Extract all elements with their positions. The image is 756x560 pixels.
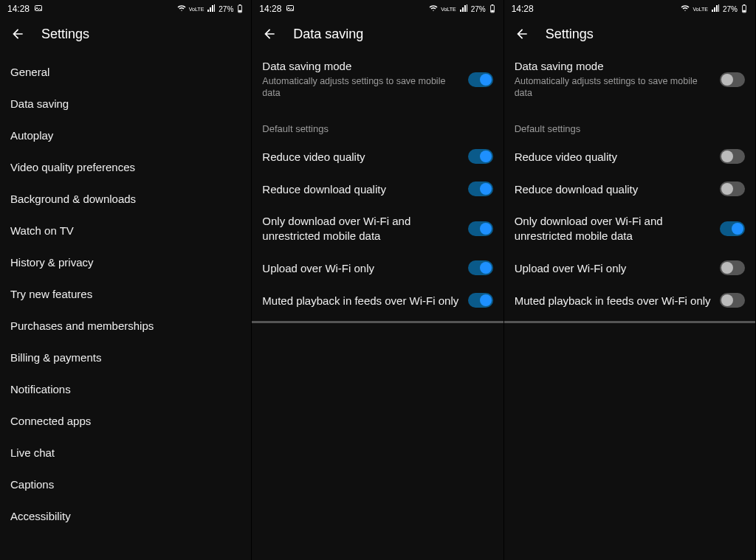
toggle-row-only-download-wifi[interactable]: Only download over Wi-Fi and unrestricte… xyxy=(504,205,755,252)
toggle-label: Muted playback in feeds over Wi-Fi only xyxy=(515,294,711,308)
svg-rect-4 xyxy=(239,10,242,12)
settings-item-accessibility[interactable]: Accessibility xyxy=(0,500,251,532)
toggle-row-muted-playback[interactable]: Muted playback in feeds over Wi-Fi only xyxy=(504,284,755,317)
lte-label: VoLTE xyxy=(441,7,456,12)
toggle-row-reduce-video-quality[interactable]: Reduce video quality xyxy=(252,140,503,173)
status-right: VoLTE 27% xyxy=(177,4,244,14)
picture-icon xyxy=(34,4,43,15)
settings-item-captions[interactable]: Captions xyxy=(0,469,251,500)
reduce-download-quality-toggle[interactable] xyxy=(468,182,493,196)
status-left: 14:28 xyxy=(7,4,43,15)
back-button[interactable] xyxy=(261,25,278,43)
muted-playback-toggle[interactable] xyxy=(720,293,745,308)
toggle-label: Reduce video quality xyxy=(262,150,458,165)
toggle-row-reduce-download-quality[interactable]: Reduce download quality xyxy=(504,173,755,205)
toggle-subtitle: Automatically adjusts settings to save m… xyxy=(515,75,711,100)
data-saving-mode-toggle[interactable] xyxy=(468,72,493,87)
battery-icon xyxy=(489,4,496,13)
settings-item-watch-on-tv[interactable]: Watch on TV xyxy=(0,215,251,246)
divider xyxy=(252,321,503,323)
settings-item-notifications[interactable]: Notifications xyxy=(0,373,251,405)
battery-pct: 27% xyxy=(723,5,738,13)
status-time: 14:28 xyxy=(7,4,30,14)
reduce-video-quality-toggle[interactable] xyxy=(720,149,745,164)
toggle-subtitle: Automatically adjusts settings to save m… xyxy=(262,75,458,100)
settings-item-try-new-features[interactable]: Try new features xyxy=(0,278,251,310)
toggle-label: Reduce download quality xyxy=(515,182,711,197)
svg-rect-9 xyxy=(491,10,494,12)
toggle-label: Only download over Wi-Fi and unrestricte… xyxy=(262,214,458,243)
toggle-label: Reduce video quality xyxy=(515,150,711,165)
page-title: Settings xyxy=(41,27,89,42)
header: Settings xyxy=(504,18,755,50)
toggle-row-reduce-video-quality[interactable]: Reduce video quality xyxy=(504,140,755,173)
settings-item-billing[interactable]: Billing & payments xyxy=(0,342,251,373)
toggle-row-only-download-wifi[interactable]: Only download over Wi-Fi and unrestricte… xyxy=(252,205,503,252)
panel-settings-list: 14:28 VoLTE 27% Settings General Data sa xyxy=(0,0,252,560)
toggle-label: Only download over Wi-Fi and unrestricte… xyxy=(515,214,711,243)
status-right: VoLTE 27% xyxy=(681,4,748,14)
settings-item-history-privacy[interactable]: History & privacy xyxy=(0,246,251,278)
upload-wifi-only-toggle[interactable] xyxy=(720,260,745,275)
toggle-title: Data saving mode xyxy=(515,59,711,74)
reduce-download-quality-toggle[interactable] xyxy=(720,182,745,196)
section-header-default: Default settings xyxy=(252,108,503,140)
panel-data-saving-off: 14:28 VoLTE 27% Settings Data saving mod… xyxy=(504,0,756,560)
battery-pct: 27% xyxy=(471,5,486,13)
lte-label: VoLTE xyxy=(189,7,205,12)
toggle-row-upload-wifi-only[interactable]: Upload over Wi-Fi only xyxy=(504,252,755,284)
divider xyxy=(504,321,755,323)
data-saving-mode-row[interactable]: Data saving mode Automatically adjusts s… xyxy=(252,50,503,108)
only-download-wifi-toggle[interactable] xyxy=(468,221,493,236)
status-time: 14:28 xyxy=(512,4,534,14)
svg-rect-3 xyxy=(239,4,241,5)
picture-icon xyxy=(286,4,295,15)
data-saving-mode-row[interactable]: Data saving mode Automatically adjusts s… xyxy=(504,50,755,108)
wifi-icon xyxy=(681,4,690,14)
header: Settings xyxy=(0,18,251,50)
settings-item-connected-apps[interactable]: Connected apps xyxy=(0,405,251,437)
toggle-label: Muted playback in feeds over Wi-Fi only xyxy=(262,294,458,308)
settings-item-live-chat[interactable]: Live chat xyxy=(0,437,251,469)
settings-item-video-quality[interactable]: Video quality preferences xyxy=(0,151,251,183)
panel-data-saving-on: 14:28 VoLTE 27% Data saving Data sav xyxy=(252,0,504,560)
page-title: Settings xyxy=(546,27,594,42)
status-time: 14:28 xyxy=(259,4,281,14)
battery-icon xyxy=(236,4,244,13)
status-bar: 14:28 VoLTE 27% xyxy=(252,0,503,18)
section-header-default: Default settings xyxy=(504,108,755,140)
page-title: Data saving xyxy=(293,27,363,42)
settings-item-data-saving[interactable]: Data saving xyxy=(0,88,251,120)
back-button[interactable] xyxy=(9,25,27,43)
label-block: Data saving mode Automatically adjusts s… xyxy=(262,59,458,100)
settings-item-background-downloads[interactable]: Background & downloads xyxy=(0,183,251,215)
lte-label: VoLTE xyxy=(693,7,708,12)
status-left: 14:28 xyxy=(512,4,534,14)
settings-item-general[interactable]: General xyxy=(0,56,251,88)
data-saving-mode-toggle[interactable] xyxy=(720,72,745,87)
signal-icon xyxy=(207,4,216,14)
upload-wifi-only-toggle[interactable] xyxy=(468,260,493,275)
svg-rect-8 xyxy=(491,4,492,5)
back-button[interactable] xyxy=(513,25,531,43)
wifi-icon xyxy=(429,4,438,14)
header: Data saving xyxy=(252,18,503,50)
toggle-row-upload-wifi-only[interactable]: Upload over Wi-Fi only xyxy=(252,252,503,284)
toggle-label: Upload over Wi-Fi only xyxy=(262,261,458,276)
toggle-row-reduce-download-quality[interactable]: Reduce download quality xyxy=(252,173,503,205)
settings-list: General Data saving Autoplay Video quali… xyxy=(0,50,251,532)
signal-icon xyxy=(711,4,720,14)
only-download-wifi-toggle[interactable] xyxy=(720,221,745,236)
svg-rect-12 xyxy=(743,10,746,12)
svg-rect-11 xyxy=(743,4,745,5)
muted-playback-toggle[interactable] xyxy=(468,293,493,308)
toggle-row-muted-playback[interactable]: Muted playback in feeds over Wi-Fi only xyxy=(252,284,503,317)
settings-item-purchases[interactable]: Purchases and memberships xyxy=(0,310,251,342)
status-right: VoLTE 27% xyxy=(429,4,496,14)
settings-item-autoplay[interactable]: Autoplay xyxy=(0,120,251,151)
status-bar: 14:28 VoLTE 27% xyxy=(0,0,251,18)
status-left: 14:28 xyxy=(259,4,295,15)
reduce-video-quality-toggle[interactable] xyxy=(468,149,493,164)
battery-icon xyxy=(740,4,748,13)
label-block: Data saving mode Automatically adjusts s… xyxy=(515,59,711,100)
